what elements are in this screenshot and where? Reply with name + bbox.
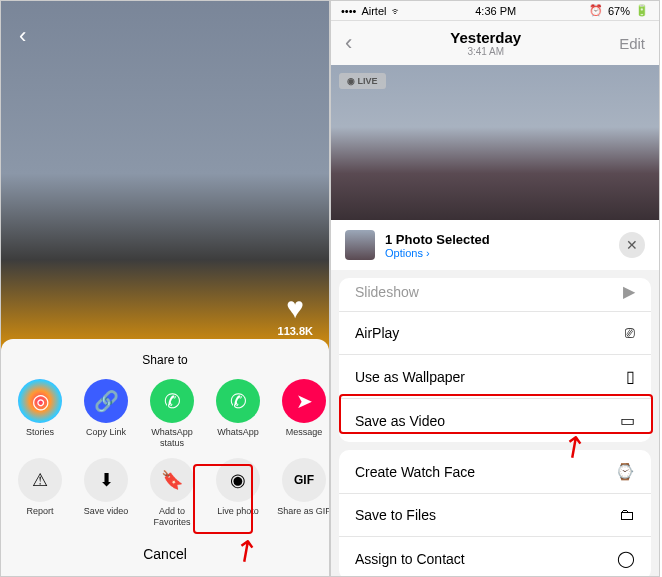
tiktok-screen: ‹ ♥ 113.8K Share to ◎ Stories 🔗 Copy Lin… bbox=[0, 0, 330, 577]
action-watch-face[interactable]: Create Watch Face ⌚ bbox=[339, 450, 651, 494]
close-button[interactable]: ✕ bbox=[619, 232, 645, 258]
like-count: 113.8K bbox=[278, 325, 313, 337]
edit-button[interactable]: Edit bbox=[619, 35, 645, 52]
action-live-photo[interactable]: ◉ Live photo bbox=[207, 458, 269, 528]
link-icon: 🔗 bbox=[84, 379, 128, 423]
like-section[interactable]: ♥ 113.8K bbox=[278, 291, 313, 337]
action-favorites[interactable]: 🔖 Add to Favorites bbox=[141, 458, 203, 528]
battery-icon: 🔋 bbox=[635, 4, 649, 17]
carrier-label: Airtel bbox=[361, 5, 386, 17]
message-icon: ➤ bbox=[282, 379, 326, 423]
slideshow-icon: ▶ bbox=[623, 282, 635, 301]
action-save-video[interactable]: Save as Video ▭ bbox=[339, 399, 651, 442]
share-copy-link[interactable]: 🔗 Copy Link bbox=[75, 379, 137, 449]
share-message[interactable]: ➤ Message bbox=[273, 379, 329, 449]
photos-screen: •••• Airtel ᯤ 4:36 PM ⏰ 67% 🔋 ‹ Yesterda… bbox=[330, 0, 660, 577]
action-wallpaper[interactable]: Use as Wallpaper ▯ bbox=[339, 355, 651, 399]
header-title: Yesterday bbox=[352, 29, 619, 46]
action-list-2: Create Watch Face ⌚ Save to Files 🗀 Assi… bbox=[339, 450, 651, 577]
whatsapp-icon: ✆ bbox=[150, 379, 194, 423]
clock: 4:36 PM bbox=[475, 5, 516, 17]
action-airplay[interactable]: AirPlay ⎚ bbox=[339, 312, 651, 355]
ios-share-sheet: 1 Photo Selected Options › ✕ Slideshow ▶… bbox=[331, 220, 659, 577]
wifi-icon: ᯤ bbox=[391, 5, 402, 17]
folder-icon: 🗀 bbox=[619, 506, 635, 524]
share-title: Share to bbox=[1, 353, 329, 367]
photo-preview[interactable]: ◉ LIVE bbox=[331, 65, 659, 220]
thumbnail bbox=[345, 230, 375, 260]
report-icon: ⚠ bbox=[18, 458, 62, 502]
share-whatsapp-status[interactable]: ✆ WhatsApp status bbox=[141, 379, 203, 449]
alarm-icon: ⏰ bbox=[589, 4, 603, 17]
action-row: ⚠ Report ⬇ Save video 🔖 Add to Favorites… bbox=[1, 448, 329, 532]
phone-icon: ▯ bbox=[626, 367, 635, 386]
action-save-files[interactable]: Save to Files 🗀 bbox=[339, 494, 651, 537]
action-save-video[interactable]: ⬇ Save video bbox=[75, 458, 137, 528]
share-sheet: Share to ◎ Stories 🔗 Copy Link ✆ WhatsAp… bbox=[1, 339, 329, 576]
options-link[interactable]: Options › bbox=[385, 247, 609, 259]
stories-icon: ◎ bbox=[18, 379, 62, 423]
action-share-gif[interactable]: GIF Share as GIF bbox=[273, 458, 330, 528]
selection-title: 1 Photo Selected bbox=[385, 232, 609, 247]
airplay-icon: ⎚ bbox=[625, 324, 635, 342]
video-icon: ▭ bbox=[620, 411, 635, 430]
header-subtitle: 3:41 AM bbox=[352, 46, 619, 57]
share-row: ◎ Stories 🔗 Copy Link ✆ WhatsApp status … bbox=[1, 379, 329, 449]
action-assign-contact[interactable]: Assign to Contact ◯ bbox=[339, 537, 651, 577]
signal-icon: •••• bbox=[341, 5, 356, 17]
watch-icon: ⌚ bbox=[615, 462, 635, 481]
bookmark-icon: 🔖 bbox=[150, 458, 194, 502]
battery-label: 67% bbox=[608, 5, 630, 17]
back-button[interactable]: ‹ bbox=[345, 30, 352, 56]
livephoto-icon: ◉ bbox=[216, 458, 260, 502]
share-whatsapp[interactable]: ✆ WhatsApp bbox=[207, 379, 269, 449]
whatsapp-icon: ✆ bbox=[216, 379, 260, 423]
photos-header: ‹ Yesterday 3:41 AM Edit bbox=[331, 21, 659, 65]
action-report[interactable]: ⚠ Report bbox=[9, 458, 71, 528]
download-icon: ⬇ bbox=[84, 458, 128, 502]
status-bar: •••• Airtel ᯤ 4:36 PM ⏰ 67% 🔋 bbox=[331, 1, 659, 21]
close-icon: ✕ bbox=[626, 237, 638, 253]
cancel-button[interactable]: Cancel bbox=[1, 532, 329, 576]
share-stories[interactable]: ◎ Stories bbox=[9, 379, 71, 449]
selection-header: 1 Photo Selected Options › ✕ bbox=[331, 220, 659, 270]
gif-icon: GIF bbox=[282, 458, 326, 502]
heart-icon: ♥ bbox=[278, 291, 313, 325]
action-list-1: Slideshow ▶ AirPlay ⎚ Use as Wallpaper ▯… bbox=[339, 278, 651, 442]
live-badge: ◉ LIVE bbox=[339, 73, 386, 89]
back-button[interactable]: ‹ bbox=[19, 23, 26, 49]
action-slideshow[interactable]: Slideshow ▶ bbox=[339, 278, 651, 312]
contact-icon: ◯ bbox=[617, 549, 635, 568]
